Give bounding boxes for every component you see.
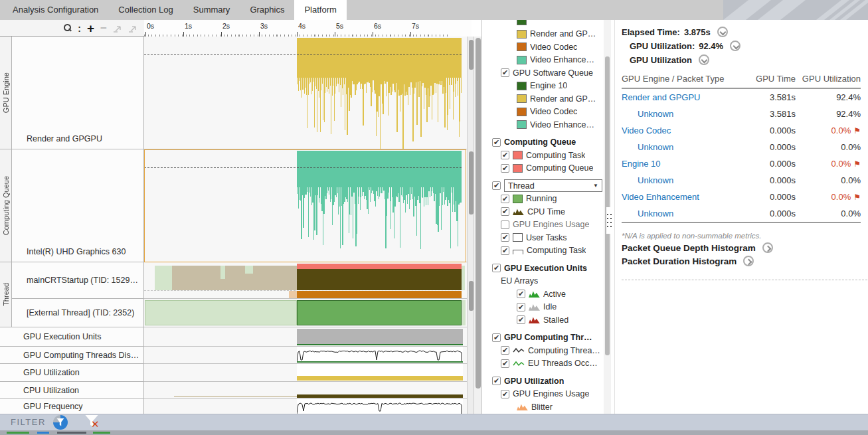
legend-label: Computing Task [526, 151, 585, 160]
legend-checkbox[interactable]: ✔ [501, 151, 509, 159]
running-sliver [462, 266, 465, 290]
legend-item: ✔Computing Queue [482, 136, 603, 149]
legend-checkbox[interactable]: ✔ [501, 246, 509, 255]
gpu-utilization-section-title: GPU Utilization [630, 55, 692, 65]
row-label-gpu-utilization[interactable]: GPU Utilization [0, 364, 144, 382]
group-label: GPU Engine [2, 72, 10, 113]
gpu-engine-link[interactable]: Unknown [622, 139, 748, 155]
legend-checkbox[interactable]: ✔ [492, 377, 501, 385]
legend-checkbox[interactable]: ✔ [492, 138, 501, 147]
row-label-render-gpgpu[interactable]: Render and GPGPU [12, 37, 144, 149]
zoom-out-button[interactable]: − [100, 23, 107, 34]
zoom-in-button[interactable]: + [87, 22, 94, 35]
legend-item: ✔GPU Utilization [482, 375, 603, 388]
legend-checkbox[interactable]: ✔ [492, 333, 501, 342]
chart-gpu-frequency[interactable] [144, 399, 467, 414]
legend-checkbox[interactable]: ✔ [501, 233, 509, 242]
tab-summary[interactable]: Summary [183, 0, 240, 20]
legend-checkbox[interactable]: ✔ [492, 264, 501, 272]
chart-cpu-utilization[interactable] [144, 382, 467, 399]
row-label-gpu-computing-threads[interactable]: GPU Computing Threads Dis… [0, 347, 144, 364]
row-scrollbar-track[interactable] [467, 37, 474, 414]
legend-checkbox[interactable]: ✔ [517, 303, 525, 311]
row-label-gpu-frequency[interactable]: GPU Frequency [0, 399, 144, 414]
timeline-scrollbar-thumb[interactable] [476, 38, 481, 389]
row-scrollbar-thumb[interactable] [469, 40, 474, 70]
chart-gpu-utilization[interactable] [144, 364, 467, 382]
packet-duration-histogram-link[interactable]: Packet Duration Histogram [622, 256, 863, 266]
filter-summary-icon[interactable] [53, 415, 68, 430]
row-label-gpu-execution-units[interactable]: GPU Execution Units [0, 327, 144, 347]
gpu-engine-link[interactable]: Unknown [622, 205, 748, 222]
timeline-ruler[interactable]: 0s1s2s3s4s5s6s7s [144, 20, 472, 37]
row-scrollbar-thumb[interactable] [469, 281, 474, 311]
gpu-utilization-value: 0.0% [796, 139, 861, 155]
legend-checkbox[interactable]: ✔ [501, 68, 509, 77]
gpu-engine-spikes [297, 78, 462, 148]
chart-gpu-engine[interactable] [144, 37, 467, 149]
row-scrollbar-thumb[interactable] [469, 151, 474, 215]
group-gpu-engine: GPU Engine [0, 37, 12, 149]
gpu-engine-link[interactable]: Video Codec [622, 122, 748, 139]
gpu-engine-link[interactable]: Engine 10 [622, 155, 748, 173]
legend-checkbox[interactable]: ✔ [501, 207, 509, 216]
zoom-magnifier-icon[interactable] [63, 24, 72, 33]
gpu-engine-link[interactable]: Unknown [622, 172, 748, 189]
legend-label: GPU Engines Usage [513, 220, 589, 229]
legend-label: EU Threads Occ… [528, 359, 598, 368]
chart-gpu-execution-units[interactable] [144, 327, 467, 347]
clear-filter-button[interactable]: ✕ [85, 415, 101, 430]
legend-checkbox[interactable]: ✔ [492, 181, 501, 190]
undo-zoom-icon[interactable] [128, 24, 137, 33]
legend-area-icon [529, 304, 540, 311]
legend-item: ✔Computing Queue [482, 162, 603, 175]
legend-color-swatch [513, 195, 523, 203]
collapse-gpu-util-icon[interactable] [730, 41, 740, 51]
tab-platform[interactable]: Platform [294, 0, 346, 20]
row-label-maincrtstartup[interactable]: mainCRTStartup (TID: 1529… [12, 262, 144, 299]
legend-checkbox[interactable]: ✔ [501, 164, 509, 173]
legend-checkbox[interactable]: ✔ [517, 315, 525, 324]
row-label-external-thread[interactable]: [External Thread] (TID: 2352) [12, 299, 144, 327]
panel-splitter-handle[interactable] [606, 207, 612, 234]
legend-scrollbar-thumb[interactable] [605, 56, 610, 355]
running-light-segment [145, 300, 297, 325]
legend-label: Render and GP… [530, 29, 596, 39]
timeline-scrollbar-track[interactable] [474, 37, 481, 414]
cpu-utilization-low-line [174, 396, 297, 397]
chart-computing-queue[interactable] [144, 149, 467, 262]
ruler-tick [183, 32, 184, 37]
collapse-section-icon[interactable] [699, 54, 709, 65]
thread-selector-dropdown[interactable]: Thread▼ [504, 179, 602, 192]
group-label: Computing Queue [2, 176, 10, 235]
chart-gpu-computing-threads[interactable] [144, 347, 467, 364]
header-corner [472, 20, 481, 37]
gpu-engine-link[interactable]: Unknown [622, 106, 748, 122]
open-histogram-icon[interactable] [743, 256, 754, 266]
tab-analysis-configuration[interactable]: Analysis Configuration [3, 0, 108, 20]
legend-item: ✔GPU Computing Thr… [482, 331, 603, 345]
timeline-header: : + − 0s1s2s3s4s5s6s7s [0, 20, 481, 37]
chart-maincrtstartup[interactable] [144, 262, 467, 299]
packet-queue-depth-histogram-link[interactable]: Packet Queue Depth Histogram [622, 242, 863, 253]
gpu-engine-link[interactable]: Video Enhancement [622, 189, 748, 206]
row-label-uhd-graphics[interactable]: Intel(R) UHD Graphics 630 [12, 149, 144, 262]
eu-active-line [297, 344, 463, 345]
tab-collection-log[interactable]: Collection Log [108, 0, 183, 20]
tab-graphics[interactable]: Graphics [240, 0, 294, 20]
gpu-engine-link[interactable]: Render and GPGPU [622, 89, 748, 106]
open-histogram-icon[interactable] [762, 242, 773, 253]
legend-checkbox[interactable]: ✔ [501, 195, 509, 203]
ruler-tick-label: 1s [185, 22, 192, 30]
legend-checkbox[interactable]: ✔ [517, 290, 525, 298]
legend-checkbox[interactable]: ✔ [501, 359, 509, 368]
legend-checkbox[interactable]: ✔ [501, 346, 509, 355]
row-label-cpu-utilization[interactable]: CPU Utilization [0, 382, 144, 399]
legend-checkbox[interactable] [501, 220, 509, 229]
chart-external-thread[interactable] [144, 299, 467, 327]
legend-checkbox[interactable]: ✔ [501, 390, 509, 398]
zoom-to-selection-icon[interactable] [113, 24, 122, 33]
timeline-body: GPU Engine Computing Queue Thread Render… [0, 37, 481, 414]
thread-selector-value: Thread [508, 181, 535, 191]
collapse-elapsed-icon[interactable] [717, 27, 728, 37]
